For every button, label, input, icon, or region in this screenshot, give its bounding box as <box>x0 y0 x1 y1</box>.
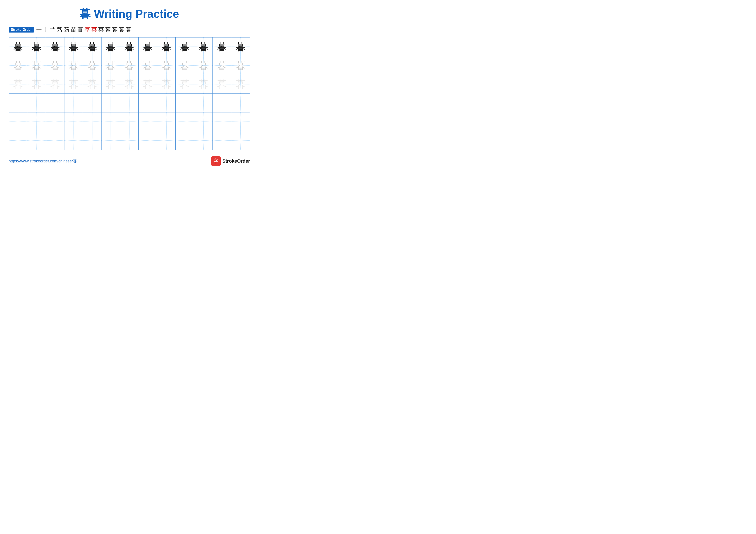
grid-cell-5-7[interactable] <box>139 131 157 150</box>
cell-char-0-3: 暮 <box>69 42 79 52</box>
grid-cell-2-8[interactable]: 暮 <box>157 75 176 93</box>
grid-cell-1-7[interactable]: 暮 <box>139 56 157 75</box>
grid-cell-4-11[interactable] <box>213 113 231 131</box>
grid-cell-3-3[interactable] <box>65 94 83 112</box>
grid-cell-4-2[interactable] <box>46 113 65 131</box>
cell-char-0-12: 暮 <box>235 42 245 52</box>
grid-cell-4-0[interactable] <box>9 113 27 131</box>
grid-cell-5-9[interactable] <box>176 131 194 150</box>
grid-cell-1-6[interactable]: 暮 <box>120 56 139 75</box>
grid-cell-3-11[interactable] <box>213 94 231 112</box>
grid-cell-3-5[interactable] <box>101 94 120 112</box>
grid-cell-1-12[interactable]: 暮 <box>231 56 250 75</box>
grid-cell-1-4[interactable]: 暮 <box>83 56 101 75</box>
grid-cell-3-0[interactable] <box>9 94 27 112</box>
grid-cell-2-0[interactable]: 暮 <box>9 75 27 93</box>
grid-cell-1-1[interactable]: 暮 <box>27 56 46 75</box>
grid-cell-5-5[interactable] <box>101 131 120 150</box>
grid-cell-2-5[interactable]: 暮 <box>101 75 120 93</box>
grid-cell-2-7[interactable]: 暮 <box>139 75 157 93</box>
grid-cell-3-4[interactable] <box>83 94 101 112</box>
grid-cell-5-12[interactable] <box>231 131 250 150</box>
grid-cell-0-8[interactable]: 暮 <box>157 38 176 56</box>
grid-cell-2-12[interactable]: 暮 <box>231 75 250 93</box>
grid-cell-5-4[interactable] <box>83 131 101 150</box>
grid-cell-3-6[interactable] <box>120 94 139 112</box>
grid-cell-4-5[interactable] <box>101 113 120 131</box>
grid-cell-0-2[interactable]: 暮 <box>46 38 65 56</box>
grid-cell-4-12[interactable] <box>231 113 250 131</box>
cell-char-0-10: 暮 <box>199 42 208 52</box>
grid-cell-4-6[interactable] <box>120 113 139 131</box>
grid-cell-3-2[interactable] <box>46 94 65 112</box>
footer: https://www.strokeorder.com/chinese/暮 字 … <box>9 156 250 166</box>
grid-cell-0-6[interactable]: 暮 <box>120 38 139 56</box>
grid-cell-4-10[interactable] <box>194 113 213 131</box>
grid-row-0: 暮暮暮暮暮暮暮暮暮暮暮暮暮 <box>9 38 250 56</box>
grid-cell-2-2[interactable]: 暮 <box>46 75 65 93</box>
grid-cell-4-9[interactable] <box>176 113 194 131</box>
cell-char-2-9: 暮 <box>180 79 190 89</box>
grid-cell-2-3[interactable]: 暮 <box>65 75 83 93</box>
grid-cell-5-11[interactable] <box>213 131 231 150</box>
grid-cell-2-1[interactable]: 暮 <box>27 75 46 93</box>
grid-cell-1-9[interactable]: 暮 <box>176 56 194 75</box>
grid-cell-1-8[interactable]: 暮 <box>157 56 176 75</box>
grid-cell-1-0[interactable]: 暮 <box>9 56 27 75</box>
grid-cell-0-11[interactable]: 暮 <box>213 38 231 56</box>
grid-cell-0-5[interactable]: 暮 <box>101 38 120 56</box>
grid-cell-5-10[interactable] <box>194 131 213 150</box>
grid-cell-2-4[interactable]: 暮 <box>83 75 101 93</box>
stroke-seq-char-7: 草 <box>85 26 90 33</box>
grid-cell-3-10[interactable] <box>194 94 213 112</box>
grid-cell-3-12[interactable] <box>231 94 250 112</box>
grid-cell-0-12[interactable]: 暮 <box>231 38 250 56</box>
footer-url[interactable]: https://www.strokeorder.com/chinese/暮 <box>9 159 77 164</box>
grid-cell-0-9[interactable]: 暮 <box>176 38 194 56</box>
cell-char-2-3: 暮 <box>69 79 79 89</box>
grid-cell-2-11[interactable]: 暮 <box>213 75 231 93</box>
grid-cell-4-3[interactable] <box>65 113 83 131</box>
grid-cell-2-10[interactable]: 暮 <box>194 75 213 93</box>
grid-cell-3-7[interactable] <box>139 94 157 112</box>
grid-cell-1-5[interactable]: 暮 <box>101 56 120 75</box>
grid-cell-4-7[interactable] <box>139 113 157 131</box>
grid-cell-0-4[interactable]: 暮 <box>83 38 101 56</box>
grid-cell-5-2[interactable] <box>46 131 65 150</box>
cell-char-2-12: 暮 <box>235 79 245 89</box>
stroke-seq-char-3: 艿 <box>57 26 63 33</box>
title-text: Writing Practice <box>94 8 179 20</box>
grid-cell-3-9[interactable] <box>176 94 194 112</box>
cell-char-1-4: 暮 <box>87 61 97 70</box>
grid-cell-1-3[interactable]: 暮 <box>65 56 83 75</box>
grid-cell-4-8[interactable] <box>157 113 176 131</box>
cell-char-0-2: 暮 <box>50 42 60 52</box>
stroke-seq-char-6: 苜 <box>78 26 83 33</box>
cell-char-2-2: 暮 <box>50 79 60 89</box>
grid-cell-5-6[interactable] <box>120 131 139 150</box>
grid-cell-0-10[interactable]: 暮 <box>194 38 213 56</box>
cell-char-2-10: 暮 <box>199 79 208 89</box>
grid-cell-0-3[interactable]: 暮 <box>65 38 83 56</box>
grid-cell-2-6[interactable]: 暮 <box>120 75 139 93</box>
grid-cell-0-0[interactable]: 暮 <box>9 38 27 56</box>
grid-cell-5-0[interactable] <box>9 131 27 150</box>
grid-cell-5-8[interactable] <box>157 131 176 150</box>
grid-cell-4-4[interactable] <box>83 113 101 131</box>
grid-row-2: 暮暮暮暮暮暮暮暮暮暮暮暮暮 <box>9 75 250 94</box>
cell-char-0-0: 暮 <box>13 42 23 52</box>
cell-char-2-0: 暮 <box>13 79 23 89</box>
grid-cell-1-10[interactable]: 暮 <box>194 56 213 75</box>
grid-cell-3-8[interactable] <box>157 94 176 112</box>
grid-cell-1-2[interactable]: 暮 <box>46 56 65 75</box>
grid-cell-1-11[interactable]: 暮 <box>213 56 231 75</box>
grid-cell-0-7[interactable]: 暮 <box>139 38 157 56</box>
grid-cell-5-1[interactable] <box>27 131 46 150</box>
grid-cell-0-1[interactable]: 暮 <box>27 38 46 56</box>
stroke-seq-char-8: 莫 <box>92 26 97 33</box>
grid-row-5 <box>9 131 250 150</box>
grid-cell-3-1[interactable] <box>27 94 46 112</box>
grid-cell-2-9[interactable]: 暮 <box>176 75 194 93</box>
grid-cell-5-3[interactable] <box>65 131 83 150</box>
grid-cell-4-1[interactable] <box>27 113 46 131</box>
